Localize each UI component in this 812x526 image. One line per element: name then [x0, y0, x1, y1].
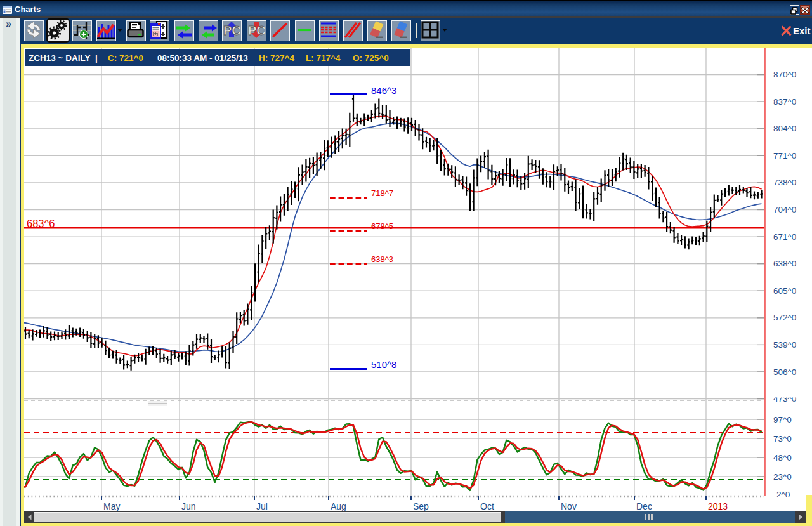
svg-text:ZCH13 ~ DAILY: ZCH13 ~ DAILY: [29, 53, 90, 63]
svg-text:2013: 2013: [708, 501, 728, 511]
svg-text:605^0: 605^0: [773, 286, 796, 296]
svg-text:Sep: Sep: [413, 501, 429, 511]
svg-text:870^0: 870^0: [773, 70, 796, 79]
svg-text:Nov: Nov: [561, 501, 577, 511]
svg-text:638^3: 638^3: [371, 254, 393, 264]
svg-text:2^0: 2^0: [776, 490, 790, 499]
svg-text:678^5: 678^5: [371, 221, 393, 231]
svg-text:Aug: Aug: [331, 501, 346, 511]
svg-text:718^7: 718^7: [371, 188, 393, 198]
svg-text:H: 727^4: H: 727^4: [259, 53, 294, 63]
svg-text:PC: PC: [248, 23, 265, 37]
svg-text:08:50:33 AM - 01/25/13: 08:50:33 AM - 01/25/13: [157, 53, 248, 63]
svg-text:539^0: 539^0: [773, 340, 796, 350]
svg-text:48^0: 48^0: [773, 453, 792, 463]
svg-text:704^0: 704^0: [773, 205, 796, 214]
svg-text:O: 725^0: O: 725^0: [353, 53, 389, 63]
svg-text:804^0: 804^0: [773, 124, 796, 133]
svg-text:837^0: 837^0: [773, 97, 796, 107]
svg-text:Oct: Oct: [480, 501, 494, 511]
svg-text:683^6: 683^6: [27, 218, 55, 229]
svg-text:PC: PC: [223, 23, 240, 37]
svg-text:846^3: 846^3: [371, 85, 396, 96]
svg-text:506^0: 506^0: [773, 367, 796, 377]
svg-text:C: 721^0: C: 721^0: [108, 53, 143, 63]
svg-text:L: 717^4: L: 717^4: [306, 53, 341, 63]
svg-text:Dec: Dec: [636, 501, 652, 511]
svg-text:Jun: Jun: [181, 501, 196, 511]
svg-text:23^0: 23^0: [773, 472, 792, 482]
svg-text:73^0: 73^0: [773, 434, 792, 444]
svg-text:Jul: Jul: [256, 501, 268, 511]
svg-text:|: |: [95, 53, 98, 63]
svg-text:771^0: 771^0: [773, 151, 796, 161]
svg-text:572^0: 572^0: [773, 313, 796, 322]
svg-text:510^8: 510^8: [371, 359, 396, 370]
svg-text:671^0: 671^0: [773, 232, 796, 242]
svg-text:638^0: 638^0: [773, 259, 796, 268]
svg-text:May: May: [103, 501, 120, 511]
svg-text:97^0: 97^0: [773, 415, 792, 424]
svg-text:738^0: 738^0: [773, 178, 796, 187]
